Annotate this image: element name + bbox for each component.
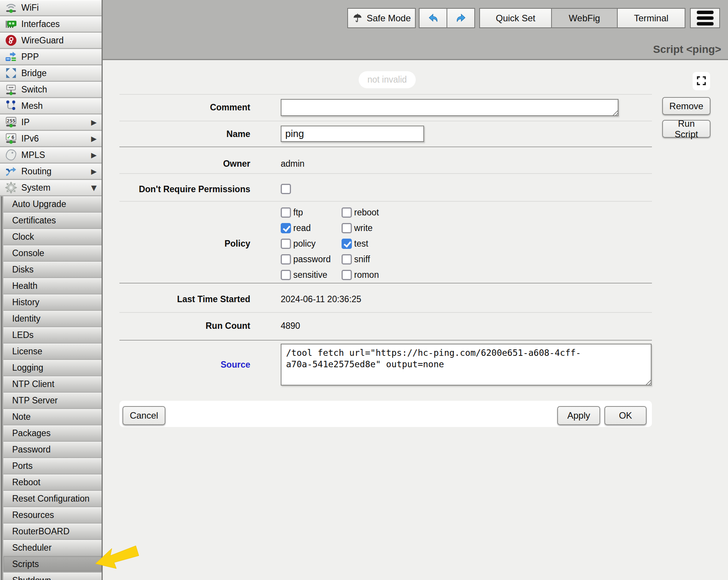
top-toolbar: Safe Mode Quick Set WebFig Terminal Scri… <box>103 0 728 60</box>
chevron-down-icon: ▼ <box>91 183 97 192</box>
status-badge: not invalid <box>359 71 416 88</box>
sidebar-item-scripts[interactable]: Scripts <box>3 556 102 572</box>
sidebar-item-leds[interactable]: LEDs <box>3 327 102 343</box>
policy-checkbox-sniff[interactable] <box>342 254 352 265</box>
policy-option-label: test <box>354 239 368 249</box>
sidebar-item-mpls[interactable]: MPLS▶ <box>0 147 102 163</box>
sidebar-item-console[interactable]: Console <box>3 245 102 261</box>
chevron-right-icon: ▶ <box>91 118 97 126</box>
sidebar-item-label: IPv6 <box>21 134 91 144</box>
sidebar-item-label: Certificates <box>12 215 102 226</box>
chevron-right-icon: ▶ <box>91 151 97 159</box>
form-button-bar: Cancel Apply OK <box>119 401 652 427</box>
sidebar-item-wireguard[interactable]: WireGuard <box>0 33 102 48</box>
sidebar-item-label: Reboot <box>12 477 102 488</box>
run-script-button[interactable]: Run Script <box>662 120 711 138</box>
sidebar-item-health[interactable]: Health <box>3 278 102 293</box>
sidebar-item-ports[interactable]: Ports <box>3 458 102 473</box>
comment-input[interactable] <box>281 99 618 116</box>
sidebar-item-logging[interactable]: Logging <box>3 360 102 375</box>
sidebar-item-history[interactable]: History <box>3 295 102 310</box>
tab-quick-set[interactable]: Quick Set <box>479 8 552 28</box>
policy-checkbox-write[interactable] <box>342 223 352 233</box>
sidebar-item-switch[interactable]: Switch <box>0 82 102 97</box>
sidebar-item-license[interactable]: License <box>3 344 102 359</box>
divider <box>119 201 652 202</box>
sidebar-item-wifi[interactable]: WiFi <box>0 0 102 15</box>
undo-icon <box>427 12 440 25</box>
sidebar-item-ntp-client[interactable]: NTP Client <box>3 376 102 392</box>
sidebar-item-disks[interactable]: Disks <box>3 262 102 277</box>
policy-checkbox-read[interactable] <box>281 223 291 233</box>
sidebar-item-certificates[interactable]: Certificates <box>3 213 102 228</box>
name-label: Name <box>103 129 250 139</box>
bridge-icon <box>5 67 17 80</box>
safe-mode-label: Safe Mode <box>367 13 411 24</box>
undo-button[interactable] <box>419 8 447 28</box>
sidebar-item-routing[interactable]: Routing▶ <box>0 164 102 179</box>
highlight-arrow-annotation <box>95 545 140 570</box>
policy-option-label: ftp <box>293 207 303 218</box>
sidebar-item-resources[interactable]: Resources <box>3 507 102 523</box>
source-input[interactable]: /tool fetch url="https://hc-ping.com/620… <box>281 344 652 386</box>
quick-set-label: Quick Set <box>496 13 535 24</box>
sidebar-item-routerboard[interactable]: RouterBOARD <box>3 524 102 539</box>
policy-checkbox-sensitive[interactable] <box>281 270 291 280</box>
tab-terminal[interactable]: Terminal <box>617 8 685 28</box>
sidebar-item-identity[interactable]: Identity <box>3 311 102 326</box>
policy-option-label: write <box>354 223 373 233</box>
sidebar-item-ntp-server[interactable]: NTP Server <box>3 393 102 408</box>
policy-checkbox-test[interactable] <box>342 239 352 249</box>
policy-checkbox-password[interactable] <box>281 254 291 265</box>
sidebar-item-label: Routing <box>21 166 91 177</box>
policy-option-label: romon <box>354 270 379 280</box>
sidebar-item-scheduler[interactable]: Scheduler <box>3 540 102 555</box>
run-count-value: 4890 <box>281 320 300 331</box>
sidebar-item-mesh[interactable]: Mesh <box>0 98 102 113</box>
sidebar-item-label: Mesh <box>21 101 102 111</box>
sidebar-item-ipv6[interactable]: ✓6IPv6▶ <box>0 131 102 146</box>
sidebar-item-label: Auto Upgrade <box>12 199 102 209</box>
policy-checkbox-ftp[interactable] <box>281 207 291 218</box>
policy-option-label: read <box>293 223 311 233</box>
remove-button[interactable]: Remove <box>662 97 711 115</box>
sidebar-item-system[interactable]: System▼ <box>0 180 102 195</box>
tab-webfig[interactable]: WebFig <box>551 8 618 28</box>
sidebar-item-packages[interactable]: Packages <box>3 425 102 441</box>
sidebar-item-shutdown[interactable]: Shutdown <box>3 573 102 580</box>
sidebar-item-interfaces[interactable]: Interfaces <box>0 16 102 32</box>
divider <box>119 283 652 284</box>
sidebar-item-label: Identity <box>12 314 102 324</box>
redo-button[interactable] <box>447 8 475 28</box>
fullscreen-button[interactable] <box>693 72 710 90</box>
safe-mode-button[interactable]: Safe Mode <box>347 8 416 28</box>
apply-button[interactable]: Apply <box>557 406 600 425</box>
webfig-label: WebFig <box>569 13 600 24</box>
policy-checkbox-reboot[interactable] <box>342 207 352 218</box>
last-time-started-value: 2024-06-11 20:36:25 <box>281 294 361 304</box>
ok-button[interactable]: OK <box>604 406 647 425</box>
sidebar-item-reboot[interactable]: Reboot <box>3 475 102 490</box>
name-input[interactable] <box>281 126 424 142</box>
sidebar-item-auto-upgrade[interactable]: Auto Upgrade <box>3 196 102 212</box>
policy-checkbox-romon[interactable] <box>342 270 352 280</box>
sidebar-item-reset-configuration[interactable]: Reset Configuration <box>3 491 102 506</box>
menu-hamburger-button[interactable] <box>690 8 720 28</box>
run-count-label: Run Count <box>103 320 250 331</box>
cancel-button[interactable]: Cancel <box>122 406 165 425</box>
interfaces-icon <box>5 18 17 30</box>
sidebar-item-label: NTP Client <box>12 379 102 389</box>
sidebar-item-ppp[interactable]: PPP <box>0 49 102 64</box>
sidebar-item-note[interactable]: Note <box>3 409 102 424</box>
policy-checkbox-policy[interactable] <box>281 239 291 249</box>
policy-option-label: policy <box>293 239 316 249</box>
sidebar-item-clock[interactable]: Clock <box>3 229 102 244</box>
sidebar-item-label: Ports <box>12 461 102 471</box>
sidebar-item-label: Resources <box>12 510 102 520</box>
owner-label: Owner <box>103 158 250 169</box>
redo-icon <box>455 12 467 25</box>
sidebar-item-ip[interactable]: 255IP▶ <box>0 115 102 130</box>
sidebar-item-bridge[interactable]: Bridge <box>0 65 102 81</box>
dont-require-permissions-checkbox[interactable] <box>281 184 291 194</box>
sidebar-item-password[interactable]: Password <box>3 442 102 457</box>
